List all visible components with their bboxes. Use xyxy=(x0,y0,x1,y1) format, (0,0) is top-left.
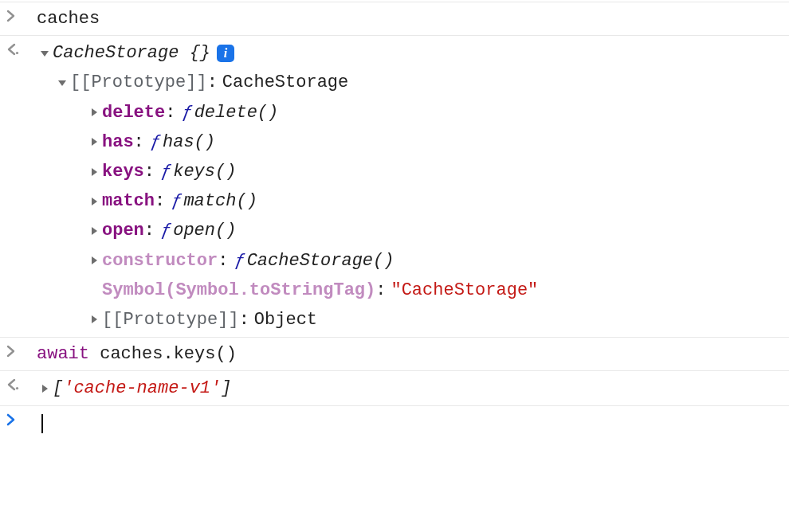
method-row[interactable]: has: ƒ has() xyxy=(37,127,789,157)
method-name: open xyxy=(102,217,144,244)
method-row[interactable]: delete: ƒ delete() xyxy=(37,98,789,127)
chevron-down-icon[interactable] xyxy=(37,49,53,58)
method-row[interactable]: match: ƒ match() xyxy=(37,186,789,216)
prototype-value: CacheStorage xyxy=(222,68,348,96)
chevron-right-icon[interactable] xyxy=(86,137,102,147)
method-name: delete xyxy=(102,99,165,127)
chevron-right-icon[interactable] xyxy=(86,167,102,177)
chevron-down-icon[interactable] xyxy=(54,78,70,88)
function-f-icon: ƒ xyxy=(161,217,171,244)
output-marker-icon xyxy=(5,374,37,393)
console-input-row[interactable]: caches xyxy=(0,2,789,35)
svg-point-0 xyxy=(16,52,18,54)
function-f-icon: ƒ xyxy=(182,99,192,127)
console-output-row: ['cache-name-v1'] xyxy=(0,370,789,405)
function-f-icon: ƒ xyxy=(161,158,171,186)
prototype-row[interactable]: [[Prototype]] : CacheStorage xyxy=(37,68,789,97)
function-signature: match() xyxy=(183,187,257,215)
await-keyword: await xyxy=(37,344,89,364)
array-output[interactable]: ['cache-name-v1'] xyxy=(37,374,789,403)
method-row[interactable]: keys: ƒ keys() xyxy=(37,157,789,186)
console-prompt-row[interactable] xyxy=(0,405,789,439)
chevron-right-icon[interactable] xyxy=(37,384,53,393)
chevron-right-icon[interactable] xyxy=(86,226,102,236)
constructor-label: constructor xyxy=(102,247,218,275)
prompt-marker-icon xyxy=(5,409,37,428)
chevron-right-icon[interactable] xyxy=(86,108,102,117)
chevron-right-icon[interactable] xyxy=(86,197,102,206)
text-cursor xyxy=(41,414,43,433)
svg-point-1 xyxy=(16,387,18,389)
function-signature: open() xyxy=(173,217,236,244)
console-input-row[interactable]: await caches.keys() xyxy=(0,337,789,370)
inner-prototype-value: Object xyxy=(254,306,317,334)
console-output-row: CacheStorage {} i [[Prototype]] : CacheS… xyxy=(0,35,789,337)
input-code: caches xyxy=(37,9,100,29)
object-braces: {} xyxy=(190,39,210,67)
function-f-icon: ƒ xyxy=(234,247,245,275)
function-signature: delete() xyxy=(194,99,279,127)
internal-slot-label: [[Prototype]] xyxy=(102,306,239,334)
function-f-icon: ƒ xyxy=(151,128,161,156)
info-icon[interactable]: i xyxy=(217,45,234,62)
method-name: keys xyxy=(102,158,144,186)
chevron-right-icon[interactable] xyxy=(86,256,102,265)
method-name: has xyxy=(102,128,134,156)
function-signature: has() xyxy=(163,128,215,156)
chevron-right-icon[interactable] xyxy=(86,315,102,324)
input-marker-icon xyxy=(5,340,37,359)
array-item: 'cache-name-v1' xyxy=(63,374,221,402)
function-signature: CacheStorage() xyxy=(247,247,394,275)
object-header[interactable]: CacheStorage {} i xyxy=(37,38,789,68)
symbol-value: "CacheStorage" xyxy=(391,276,538,304)
internal-slot-label: [[Prototype]] xyxy=(70,68,207,96)
constructor-row[interactable]: constructor: ƒ CacheStorage() xyxy=(37,246,789,276)
class-name: CacheStorage xyxy=(53,39,179,67)
method-row[interactable]: open: ƒ open() xyxy=(37,216,789,245)
console-output: caches CacheStorage {} i xyxy=(0,0,789,440)
symbol-key: Symbol(Symbol.toStringTag) xyxy=(102,276,375,304)
inner-prototype-row[interactable]: [[Prototype]]: Object xyxy=(37,305,789,334)
array-open-bracket: [ xyxy=(53,374,63,402)
function-signature: keys() xyxy=(173,158,236,186)
function-f-icon: ƒ xyxy=(171,187,182,215)
console-input[interactable] xyxy=(37,409,789,436)
output-marker-icon xyxy=(5,38,37,57)
symbol-tag-row[interactable]: Symbol(Symbol.toStringTag): "CacheStorag… xyxy=(37,276,789,305)
method-name: match xyxy=(102,187,155,215)
input-code: caches.keys() xyxy=(89,344,237,364)
array-close-bracket: ] xyxy=(221,374,231,402)
input-marker-icon xyxy=(5,5,37,24)
